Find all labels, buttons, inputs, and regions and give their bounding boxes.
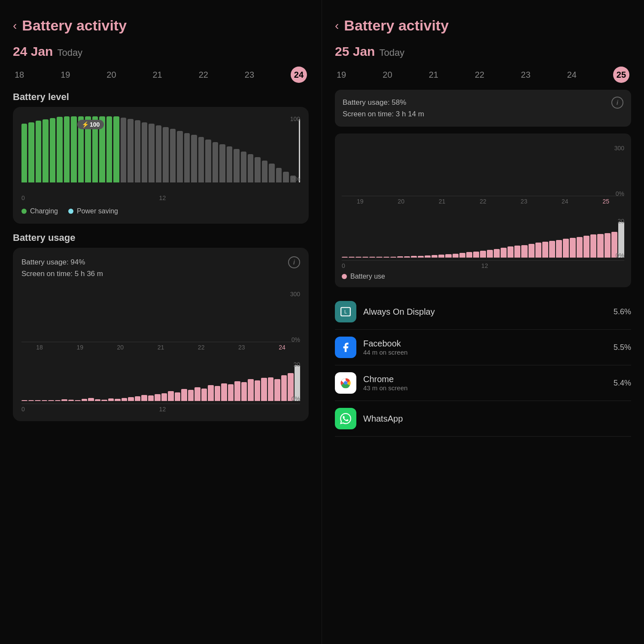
left-date-nav[interactable]: 18 19 20 21 22 23 24: [13, 67, 309, 83]
left-date-21[interactable]: 21: [152, 70, 162, 80]
aod-name: Always On Display: [363, 307, 607, 317]
lhb-26: [188, 390, 194, 401]
left-hx-12: 12: [159, 406, 166, 413]
right-date-nav[interactable]: 19 20 21 22 23 24 25: [335, 67, 631, 83]
lhb-9: [75, 400, 81, 401]
lhb-1: [21, 400, 27, 401]
battery-bar-35: [262, 161, 267, 182]
chrome-icon: [335, 372, 356, 394]
right-info-icon[interactable]: i: [611, 97, 623, 109]
rhb-36: [583, 236, 589, 258]
right-back-arrow[interactable]: ‹: [335, 20, 339, 32]
battery-bar-19: [149, 124, 154, 182]
right-date-19[interactable]: 19: [337, 70, 346, 80]
right-weekly-y-top: 300: [614, 145, 624, 152]
lhb-37: [261, 378, 267, 401]
left-date-24-active[interactable]: 24: [291, 67, 307, 83]
left-wx-21: 21: [143, 344, 179, 351]
y-axis-right: 100 0%: [290, 115, 300, 193]
battery-bar-18: [142, 122, 147, 182]
svg-point-4: [344, 382, 347, 385]
rhb-12: [418, 256, 424, 258]
left-page-title: Battery activity: [22, 17, 127, 34]
left-wx-23: 23: [224, 344, 260, 351]
right-date-20[interactable]: 20: [383, 70, 392, 80]
rhb-18: [459, 253, 465, 258]
left-info-icon[interactable]: i: [288, 256, 300, 268]
lhb-4: [42, 400, 48, 401]
aod-percent: 5.6%: [614, 307, 631, 316]
right-date-24[interactable]: 24: [567, 70, 577, 80]
app-list: L Always On Display 5.6% Facebook 44 m o…: [335, 294, 631, 437]
lhb-27: [194, 387, 200, 401]
left-date-19[interactable]: 19: [61, 70, 70, 80]
rhb-32: [556, 240, 562, 258]
left-date-20[interactable]: 20: [106, 70, 116, 80]
whatsapp-info: WhatsApp: [363, 414, 624, 424]
legend-power-saving: Power saving: [68, 207, 118, 215]
rhb-11: [411, 256, 417, 258]
left-back-arrow[interactable]: ‹: [13, 20, 17, 32]
facebook-icon: [335, 337, 356, 358]
lhb-39: [274, 379, 280, 401]
rhb-1: [342, 257, 348, 258]
left-hourly-y-top: 20: [293, 361, 300, 368]
legend-charging-label: Charging: [30, 207, 58, 215]
battery-bar-15: [121, 118, 126, 182]
rhb-25: [507, 246, 513, 258]
facebook-name: Facebook: [363, 339, 607, 349]
battery-bar-32: [241, 152, 246, 182]
left-panel: ‹ Battery activity 24 Jan Today 18 19 20…: [0, 0, 322, 644]
right-wx-20: 20: [383, 198, 419, 205]
app-item-aod[interactable]: L Always On Display 5.6%: [335, 294, 631, 330]
battery-bar-20: [156, 125, 161, 182]
lhb-31: [221, 383, 227, 401]
facebook-percent: 5.5%: [614, 343, 631, 352]
right-date-21[interactable]: 21: [429, 70, 438, 80]
battery-bar-22: [170, 129, 176, 182]
rhb-35: [577, 237, 583, 258]
right-date-25-active[interactable]: 25: [613, 67, 629, 83]
chrome-info: Chrome 43 m on screen: [363, 374, 607, 392]
rhb-27: [521, 245, 527, 258]
right-date-22[interactable]: 22: [475, 70, 484, 80]
rhb-16: [445, 254, 451, 258]
svg-text:L: L: [344, 310, 347, 315]
battery-bar-28: [213, 142, 218, 182]
right-hx-12: 12: [481, 262, 488, 269]
x-label-12: 12: [159, 194, 166, 201]
rhb-31: [549, 241, 555, 258]
rhb-20: [473, 252, 479, 258]
right-date-23[interactable]: 23: [521, 70, 530, 80]
app-item-chrome[interactable]: Chrome 43 m on screen 5.4%: [335, 365, 631, 401]
right-weekly-card: 300: [335, 134, 631, 287]
left-date-18[interactable]: 18: [15, 70, 24, 80]
left-date-22[interactable]: 22: [199, 70, 208, 80]
battery-bar-3: [36, 121, 41, 182]
battery-legend: Charging Power saving: [21, 207, 300, 215]
left-battery-usage-card: Battery usage: 94% Screen on time: 5 h 3…: [13, 248, 309, 421]
right-hx-0: 0: [342, 262, 345, 269]
rhb-30: [542, 242, 548, 258]
battery-bar-27: [205, 140, 211, 182]
battery-bar-6: [57, 117, 62, 182]
left-usage-percent: Battery usage: 94%: [21, 256, 103, 268]
app-item-whatsapp[interactable]: WhatsApp: [335, 401, 631, 437]
right-weekly-x-labels: 19 20 21 22 23 24 25: [342, 198, 624, 205]
battery-bar-24: [184, 133, 190, 182]
app-item-facebook[interactable]: Facebook 44 m on screen 5.5%: [335, 330, 631, 365]
rhb-19: [466, 252, 472, 258]
left-battery-chart: 100 100 0%: [21, 115, 300, 193]
left-date-23[interactable]: 23: [245, 70, 254, 80]
left-hourly-bars: [21, 361, 300, 404]
battery-bar-31: [234, 149, 239, 182]
left-usage-text: Battery usage: 94% Screen on time: 5 h 3…: [21, 256, 103, 279]
left-battery-level-title: Battery level: [13, 91, 309, 103]
left-weekly-bars: [21, 291, 300, 342]
legend-charging-dot: [21, 209, 27, 214]
left-weekly-y-bottom: 0%: [292, 336, 300, 343]
right-wx-21: 21: [424, 198, 460, 205]
battery-bar-25: [191, 135, 197, 182]
whatsapp-name: WhatsApp: [363, 414, 624, 424]
y-label-100: 100: [290, 115, 300, 122]
